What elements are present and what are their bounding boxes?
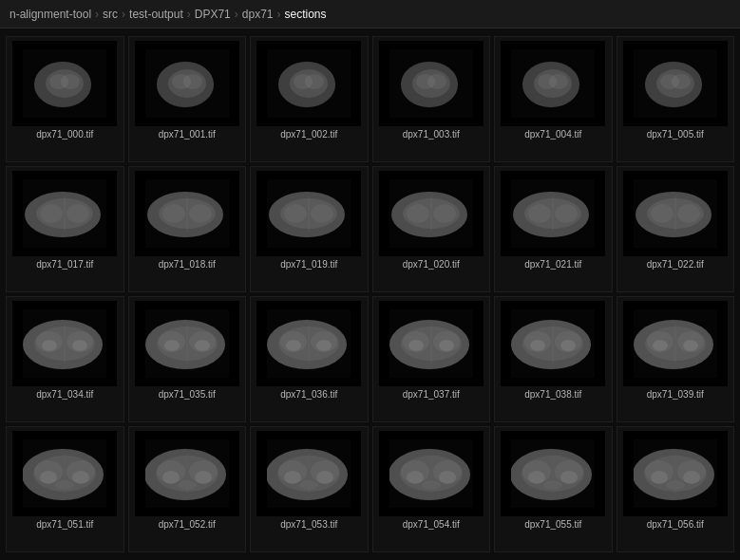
svg-point-178 <box>528 471 545 484</box>
thumbnail-label: dpx71_055.tif <box>524 519 581 530</box>
list-item[interactable]: dpx71_052.tif <box>128 426 247 552</box>
thumbnail-label: dpx71_039.tif <box>647 389 704 400</box>
thumbnail-label: dpx71_022.tif <box>647 259 704 270</box>
svg-point-41 <box>66 204 89 223</box>
svg-point-22 <box>427 74 446 89</box>
thumbnail-image <box>12 301 117 386</box>
thumbnail-image <box>135 171 239 256</box>
list-item[interactable]: dpx71_034.tif <box>6 296 124 422</box>
svg-point-61 <box>407 204 429 223</box>
svg-point-138 <box>40 471 57 484</box>
svg-point-158 <box>284 471 301 484</box>
thumbnail-image <box>379 171 484 256</box>
list-item[interactable]: dpx71_003.tif <box>372 36 491 162</box>
thumbnail-label: dpx71_036.tif <box>280 389 337 400</box>
thumbnail-label: dpx71_017.tif <box>36 259 93 270</box>
svg-point-159 <box>316 471 333 484</box>
list-item[interactable]: dpx71_035.tif <box>128 296 247 422</box>
svg-point-94 <box>195 340 210 351</box>
svg-point-40 <box>40 204 63 223</box>
svg-point-10 <box>183 74 202 89</box>
breadcrumb-separator: › <box>187 8 191 21</box>
svg-point-170 <box>422 480 441 490</box>
thumbnail-image <box>379 431 484 516</box>
list-item[interactable]: dpx71_017.tif <box>6 166 124 292</box>
thumbnail-image <box>501 301 605 386</box>
svg-point-55 <box>311 204 333 223</box>
list-item[interactable]: dpx71_036.tif <box>250 296 369 422</box>
list-item[interactable]: dpx71_037.tif <box>372 296 491 422</box>
breadcrumb-part-src[interactable]: src <box>103 8 118 21</box>
svg-point-189 <box>683 471 700 484</box>
list-item[interactable]: dpx71_021.tif <box>494 166 613 292</box>
svg-point-190 <box>666 480 685 490</box>
svg-point-149 <box>195 471 212 484</box>
list-item[interactable]: dpx71_054.tif <box>372 426 491 552</box>
thumbnail-image <box>623 301 728 386</box>
svg-point-150 <box>178 480 197 490</box>
breadcrumb-part-dpx71[interactable]: dpx71 <box>242 8 274 21</box>
list-item[interactable]: dpx71_019.tif <box>250 166 369 292</box>
thumbnail-label: dpx71_002.tif <box>280 129 337 140</box>
svg-point-62 <box>433 204 456 223</box>
svg-point-140 <box>55 480 74 490</box>
thumbnail-label: dpx71_021.tif <box>524 259 581 270</box>
thumbnail-image <box>135 41 239 126</box>
breadcrumb-part-test-output[interactable]: test-output <box>129 8 183 21</box>
thumbnail-image <box>501 41 605 126</box>
svg-point-102 <box>286 340 301 351</box>
svg-point-103 <box>316 340 332 351</box>
thumbnail-image <box>256 171 361 256</box>
svg-point-85 <box>72 340 87 351</box>
svg-point-179 <box>560 471 578 484</box>
svg-point-169 <box>439 471 456 484</box>
svg-point-16 <box>305 74 324 89</box>
list-item[interactable]: dpx71_055.tif <box>494 426 613 552</box>
breadcrumb-separator: › <box>276 8 280 21</box>
thumbnail-label: dpx71_035.tif <box>159 389 216 400</box>
thumbnail-image <box>135 301 239 386</box>
thumbnail-image <box>379 41 484 126</box>
list-item[interactable]: dpx71_022.tif <box>617 166 735 292</box>
thumbnail-label: dpx71_000.tif <box>36 129 93 140</box>
list-item[interactable]: dpx71_000.tif <box>6 36 124 162</box>
thumbnail-image <box>12 171 117 256</box>
svg-point-48 <box>189 204 212 223</box>
svg-point-188 <box>651 471 668 484</box>
breadcrumb-part-n-alignment-tool[interactable]: n-alignment-tool <box>9 8 91 21</box>
list-item[interactable]: dpx71_020.tif <box>372 166 491 292</box>
thumbnail-image <box>623 41 728 126</box>
thumbnail-label: dpx71_038.tif <box>524 389 581 400</box>
thumbnail-image <box>623 171 728 256</box>
breadcrumb-part-sections[interactable]: sections <box>284 8 326 21</box>
list-item[interactable]: dpx71_001.tif <box>128 36 247 162</box>
list-item[interactable]: dpx71_053.tif <box>250 426 369 552</box>
list-item[interactable]: dpx71_004.tif <box>494 36 613 162</box>
breadcrumb-part-DPX71[interactable]: DPX71 <box>195 8 231 21</box>
thumbnail-image <box>135 431 239 516</box>
list-item[interactable]: dpx71_051.tif <box>6 426 124 552</box>
thumbnail-image <box>623 431 728 516</box>
thumbnail-label: dpx71_056.tif <box>647 519 704 530</box>
svg-point-112 <box>439 340 454 351</box>
svg-point-54 <box>284 204 307 223</box>
svg-point-130 <box>683 340 698 351</box>
thumbnail-label: dpx71_054.tif <box>403 519 460 530</box>
thumbnail-image <box>379 301 484 386</box>
thumbnail-label: dpx71_019.tif <box>280 259 337 270</box>
svg-point-121 <box>560 340 576 351</box>
thumbnail-label: dpx71_001.tif <box>159 129 216 140</box>
list-item[interactable]: dpx71_002.tif <box>250 36 369 162</box>
thumbnail-label: dpx71_034.tif <box>36 389 93 400</box>
thumbnail-label: dpx71_051.tif <box>36 519 93 530</box>
list-item[interactable]: dpx71_038.tif <box>494 296 613 422</box>
list-item[interactable]: dpx71_039.tif <box>617 296 735 422</box>
svg-point-160 <box>299 480 318 490</box>
breadcrumb: n-alignment-tool›src›test-output›DPX71›d… <box>0 0 740 28</box>
svg-point-139 <box>72 471 89 484</box>
breadcrumb-separator: › <box>122 8 125 21</box>
svg-point-4 <box>61 74 80 89</box>
list-item[interactable]: dpx71_018.tif <box>128 166 247 292</box>
list-item[interactable]: dpx71_056.tif <box>617 426 735 552</box>
list-item[interactable]: dpx71_005.tif <box>617 36 735 162</box>
